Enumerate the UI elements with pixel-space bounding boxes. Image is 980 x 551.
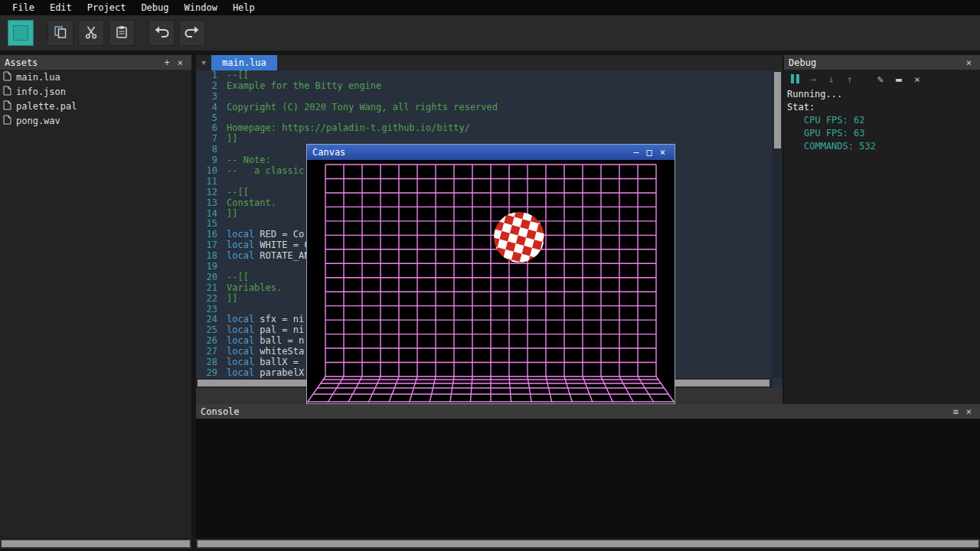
pencil-icon: ✎ xyxy=(877,73,884,85)
asset-item-main-lua[interactable]: main.lua xyxy=(0,70,191,84)
debug-header: Debug × xyxy=(784,55,980,70)
asset-label: pong.wav xyxy=(16,116,60,126)
assets-hscrollbar[interactable] xyxy=(0,539,191,549)
redo-button[interactable] xyxy=(179,20,205,46)
step-into-icon: ↓ xyxy=(828,73,835,85)
canvas-titlebar[interactable]: Canvas – □ × xyxy=(307,145,675,160)
code-line: 4Copyright (C) 2020 Tony Wang, all right… xyxy=(196,103,773,113)
assets-header: Assets + × xyxy=(0,55,191,70)
menu-item-file[interactable]: File xyxy=(5,2,42,13)
console-hscrollbar[interactable] xyxy=(196,539,980,549)
debug-panel: Debug × → ↓ ↑ ✎ ▬ × Running... Stat: CPU… xyxy=(784,55,980,404)
stat-row: GPU FPS: 63 xyxy=(784,127,980,140)
file-icon xyxy=(3,100,11,112)
console-header: Console ≡ × xyxy=(196,404,980,419)
band-icon: ▬ xyxy=(896,73,902,85)
line-number: 23 xyxy=(196,305,217,315)
file-icon xyxy=(3,71,11,83)
line-number: 13 xyxy=(196,198,217,209)
undo-icon xyxy=(153,24,170,42)
line-number: 15 xyxy=(196,219,217,230)
tab-label: main.lua xyxy=(222,57,266,68)
line-number: 11 xyxy=(196,177,217,187)
menu-item-edit[interactable]: Edit xyxy=(42,2,80,13)
asset-item-palette-pal[interactable]: palette.pal xyxy=(0,99,191,113)
editor-vscrollbar-thumb[interactable] xyxy=(774,72,781,148)
copy-button[interactable] xyxy=(47,20,74,46)
pause-button[interactable] xyxy=(787,72,802,86)
clear-breakpoints-button[interactable]: × xyxy=(910,72,925,86)
line-number: 18 xyxy=(196,251,217,262)
console-hscrollbar-thumb[interactable] xyxy=(198,540,978,547)
stat-row: CPU FPS: 62 xyxy=(784,114,980,127)
close-debug-button[interactable]: × xyxy=(962,57,975,68)
editor-tabbar: ▼ main.lua xyxy=(196,55,782,70)
menu-item-window[interactable]: Window xyxy=(177,2,225,13)
code-line: 6Homepage: https://paladin-t.github.io/b… xyxy=(196,123,773,134)
close-canvas-button[interactable]: × xyxy=(656,147,669,158)
step-into-button[interactable]: ↓ xyxy=(824,72,839,86)
menu-item-help[interactable]: Help xyxy=(225,2,263,13)
file-icon xyxy=(3,86,11,98)
step-out-button[interactable]: ↑ xyxy=(842,72,858,86)
console-output[interactable] xyxy=(196,419,980,539)
debug-stat-label: Stat: xyxy=(784,101,980,114)
assets-hscrollbar-thumb[interactable] xyxy=(2,540,190,547)
tab-list-arrow-icon[interactable]: ▼ xyxy=(196,59,211,67)
line-number: 22 xyxy=(196,294,217,305)
step-over-button[interactable]: → xyxy=(805,72,821,86)
cut-button[interactable] xyxy=(78,20,104,46)
minimize-button[interactable]: – xyxy=(629,147,642,158)
line-number: 7 xyxy=(196,134,217,145)
line-number: 9 xyxy=(196,155,217,166)
asset-item-info-json[interactable]: info.json xyxy=(0,84,191,99)
line-number: 1 xyxy=(196,70,217,81)
tab-main-lua[interactable]: main.lua xyxy=(211,55,277,70)
stop-icon xyxy=(13,25,28,41)
maximize-button[interactable]: □ xyxy=(643,147,656,158)
line-number: 5 xyxy=(196,113,217,124)
game-viewport[interactable] xyxy=(307,160,675,403)
stop-button[interactable] xyxy=(8,20,34,46)
edit-breakpoint-button[interactable]: ✎ xyxy=(873,72,888,86)
console-panel: Console ≡ × xyxy=(196,404,980,539)
line-number: 29 xyxy=(196,368,217,378)
menu-bar: FileEditProjectDebugWindowHelp xyxy=(0,0,980,15)
line-number: 10 xyxy=(196,166,217,177)
code-line: 5 xyxy=(196,113,773,124)
line-number: 3 xyxy=(196,92,217,103)
canvas-title: Canvas xyxy=(312,147,345,158)
asset-label: main.lua xyxy=(16,72,60,83)
line-number: 21 xyxy=(196,283,217,294)
paste-button[interactable] xyxy=(109,20,135,46)
pause-icon xyxy=(791,74,799,83)
debug-stats: CPU FPS: 62GPU FPS: 63COMMANDS: 532 xyxy=(784,114,980,153)
code-line: 3 xyxy=(196,92,773,103)
line-number: 26 xyxy=(196,336,217,347)
console-menu-icon[interactable]: ≡ xyxy=(949,406,962,417)
undo-button[interactable] xyxy=(149,20,175,46)
line-number: 24 xyxy=(196,315,217,325)
line-number: 4 xyxy=(196,103,217,113)
line-number: 16 xyxy=(196,230,217,240)
close-console-button[interactable]: × xyxy=(962,406,975,417)
line-number: 27 xyxy=(196,347,217,357)
line-number: 6 xyxy=(196,123,217,134)
asset-label: info.json xyxy=(16,86,66,97)
menu-item-project[interactable]: Project xyxy=(80,2,134,13)
editor-vscrollbar[interactable] xyxy=(773,70,782,378)
asset-item-pong-wav[interactable]: pong.wav xyxy=(0,113,191,128)
clear-icon: × xyxy=(914,73,920,85)
line-number: 12 xyxy=(196,187,217,198)
assets-panel: Assets + × main.luainfo.jsonpalette.palp… xyxy=(0,55,191,538)
menu-item-debug[interactable]: Debug xyxy=(133,2,176,13)
toggle-breakpoints-button[interactable]: ▬ xyxy=(891,72,906,86)
step-out-icon: ↑ xyxy=(847,73,853,85)
line-number: 2 xyxy=(196,81,217,92)
line-number: 28 xyxy=(196,357,217,368)
add-asset-button[interactable]: + xyxy=(161,57,174,68)
close-assets-button[interactable]: × xyxy=(174,57,187,68)
boing-ball xyxy=(494,212,544,262)
console-title: Console xyxy=(201,406,240,417)
code-line: 1--[[ xyxy=(196,70,773,81)
